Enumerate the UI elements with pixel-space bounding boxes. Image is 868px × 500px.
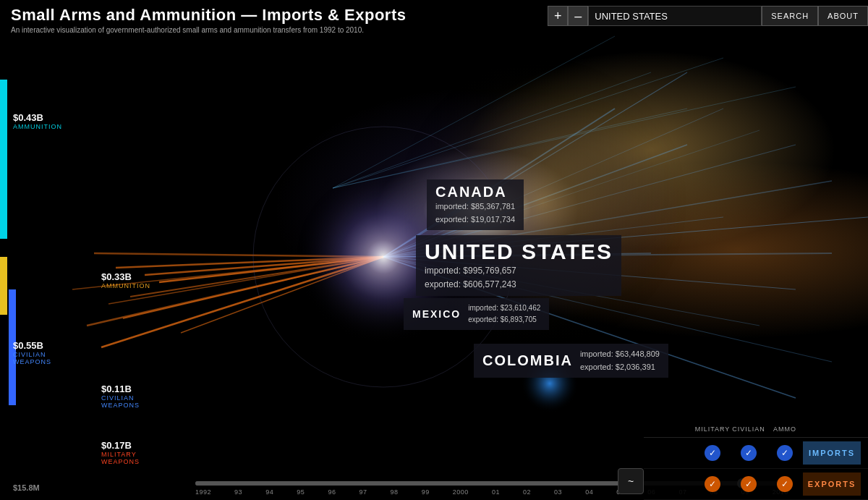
imports-ammo-icon: ✓ xyxy=(777,445,793,461)
trend-icon-symbol: ~ xyxy=(628,475,634,487)
country-mexico[interactable]: MEXICO imported: $23,610,462 exported: $… xyxy=(404,298,549,330)
page-subtitle: An interactive visualization of governme… xyxy=(11,26,857,34)
year-96[interactable]: 96 xyxy=(328,488,336,496)
zoom-in-button[interactable]: + xyxy=(548,6,568,26)
legend: MILITARY CIVILIAN AMMO ✓ ✓ ✓ IMPORTS ✓ xyxy=(644,421,868,500)
year-1992[interactable]: 1992 xyxy=(195,488,211,496)
year-03[interactable]: 03 xyxy=(554,488,562,496)
yellow-bar xyxy=(0,257,7,315)
year-99[interactable]: 99 xyxy=(422,488,430,496)
exports-ammo-check[interactable]: ✓ xyxy=(767,476,803,492)
canada-imported: imported: $85,367,781 xyxy=(435,200,515,213)
zoom-out-button[interactable]: – xyxy=(568,6,588,26)
stat-value-3: $0.55B xyxy=(13,340,51,351)
stat-label-5: MILITARYWEAPONS xyxy=(101,451,140,465)
mexico-exported: exported: $6,893,705 xyxy=(468,314,540,326)
legend-header-ammo: AMMO xyxy=(767,425,803,433)
country-canada[interactable]: CANADA imported: $85,367,781 exported: $… xyxy=(427,179,524,230)
year-95[interactable]: 95 xyxy=(297,488,305,496)
stat-label-4: CIVILIANWEAPONS xyxy=(101,394,140,409)
left-bars xyxy=(0,0,14,500)
stat-label-1: AMMUNITION xyxy=(13,123,62,130)
exports-ammo-icon: ✓ xyxy=(777,476,793,492)
stat-value-5: $0.17B xyxy=(101,440,140,451)
country-united-states[interactable]: UNITED STATES imported: $995,769,657 exp… xyxy=(416,235,621,296)
mexico-imported: imported: $23,610,462 xyxy=(468,302,540,314)
legend-exports-row: ✓ ✓ ✓ EXPORTS xyxy=(644,469,868,500)
search-input[interactable] xyxy=(588,6,762,26)
colombia-exported: exported: $2,036,391 xyxy=(580,361,660,374)
country-stats-mexico: imported: $23,610,462 exported: $6,893,7… xyxy=(468,302,540,326)
legend-header-military: MILITARY xyxy=(694,425,731,433)
legend-header-civilian: CIVILIAN xyxy=(731,425,767,433)
search-button[interactable]: SEARCH xyxy=(762,6,818,26)
country-name-us: UNITED STATES xyxy=(425,240,613,264)
country-stats-us: imported: $995,769,657 exported: $606,57… xyxy=(425,264,613,292)
imports-civilian-icon: ✓ xyxy=(741,445,757,461)
cyan-bar xyxy=(0,80,7,239)
year-97[interactable]: 97 xyxy=(359,488,367,496)
stat-civilian-2: $0.11B CIVILIANWEAPONS xyxy=(101,384,140,409)
imports-military-icon: ✓ xyxy=(705,445,720,461)
year-04[interactable]: 04 xyxy=(585,488,593,496)
country-stats-colombia: imported: $63,448,809 exported: $2,036,3… xyxy=(580,348,660,373)
trend-button[interactable]: ~ xyxy=(618,468,644,494)
exports-civilian-check[interactable]: ✓ xyxy=(731,476,767,492)
year-98[interactable]: 98 xyxy=(391,488,399,496)
year-93[interactable]: 93 xyxy=(234,488,242,496)
top-controls: + – SEARCH ABOUT xyxy=(548,6,868,26)
country-name-mexico: MEXICO xyxy=(412,308,461,320)
imports-button[interactable]: IMPORTS xyxy=(803,441,861,465)
stat-ammunition-2: $0.33B AMMUNITION xyxy=(101,271,150,289)
exports-civilian-icon: ✓ xyxy=(741,476,757,492)
stat-small: $15.8M xyxy=(13,483,40,492)
imports-ammo-check[interactable]: ✓ xyxy=(767,445,803,461)
stat-value-1: $0.43B xyxy=(13,112,62,123)
country-name-colombia: COLOMBIA xyxy=(482,352,573,369)
stat-value-6: $15.8M xyxy=(13,483,40,492)
year-01[interactable]: 01 xyxy=(492,488,500,496)
us-imported: imported: $995,769,657 xyxy=(425,264,613,278)
country-stats-canada: imported: $85,367,781 exported: $19,017,… xyxy=(435,200,515,226)
stat-label-2: AMMUNITION xyxy=(101,282,150,289)
exports-button[interactable]: EXPORTS xyxy=(803,473,861,496)
stat-label-3: CIVILIANWEAPONS xyxy=(13,351,51,365)
year-02[interactable]: 02 xyxy=(523,488,531,496)
exports-military-icon: ✓ xyxy=(705,476,720,492)
country-colombia[interactable]: COLOMBIA imported: $63,448,809 exported:… xyxy=(474,344,668,378)
imports-military-check[interactable]: ✓ xyxy=(694,445,731,461)
legend-imports-row: ✓ ✓ ✓ IMPORTS xyxy=(644,438,868,469)
us-exported: exported: $606,577,243 xyxy=(425,278,613,292)
stat-value-2: $0.33B xyxy=(101,271,150,282)
imports-civilian-check[interactable]: ✓ xyxy=(731,445,767,461)
about-button[interactable]: ABOUT xyxy=(818,6,868,26)
stat-value-4: $0.11B xyxy=(101,384,140,394)
stat-civilian-1: $0.55B CIVILIANWEAPONS xyxy=(13,340,51,365)
stat-military-1: $0.17B MILITARYWEAPONS xyxy=(101,440,140,465)
legend-header: MILITARY CIVILIAN AMMO xyxy=(644,421,868,438)
colombia-imported: imported: $63,448,809 xyxy=(580,348,660,361)
stat-ammunition-1: $0.43B AMMUNITION xyxy=(13,112,62,130)
country-name-canada: CANADA xyxy=(435,184,515,200)
year-94[interactable]: 94 xyxy=(265,488,273,496)
year-2000[interactable]: 2000 xyxy=(453,488,469,496)
canada-exported: exported: $19,017,734 xyxy=(435,213,515,226)
exports-military-check[interactable]: ✓ xyxy=(694,476,731,492)
